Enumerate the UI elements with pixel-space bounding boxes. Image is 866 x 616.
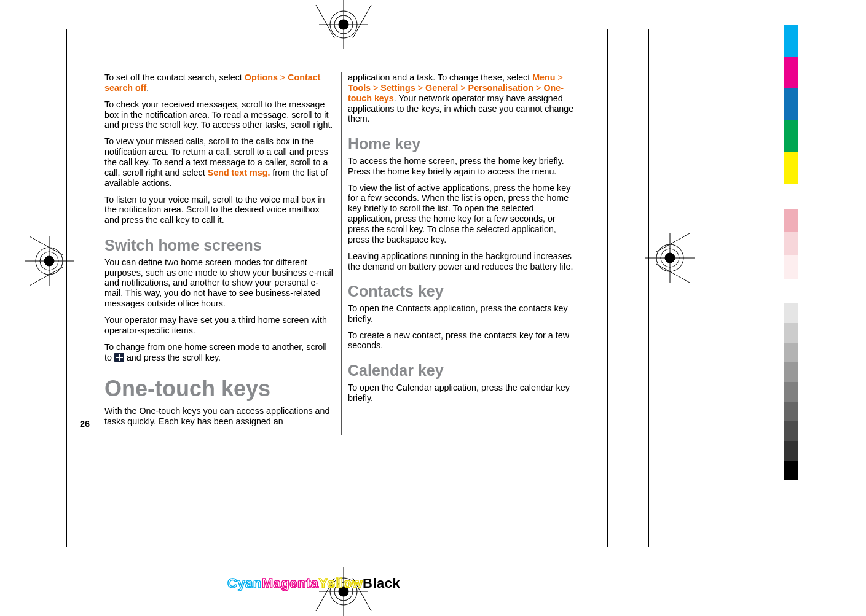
right-column: application and a task. To change these,… xyxy=(341,72,578,435)
chapter-heading: One-touch keys xyxy=(104,376,335,402)
left-column: To set off the contact search, select Op… xyxy=(104,72,341,435)
option-link: Settings xyxy=(380,83,415,93)
section-heading: Calendar key xyxy=(348,362,578,380)
svg-line-6 xyxy=(353,5,371,38)
section-heading: Switch home screens xyxy=(104,236,335,255)
registration-mark-icon xyxy=(310,567,377,616)
crop-line xyxy=(607,29,608,547)
body-text: You can define two home screen modes for… xyxy=(104,257,335,309)
page-number: 26 xyxy=(80,419,90,429)
body-text: To listen to your voice mail, scroll to … xyxy=(104,195,335,226)
section-heading: Home key xyxy=(348,135,578,154)
body-text: With the One-touch keys you can access a… xyxy=(104,406,335,427)
section-heading: Contacts key xyxy=(348,283,578,301)
body-text: application and a task. To change these,… xyxy=(348,72,578,124)
body-text: To view your missed calls, scroll to the… xyxy=(104,136,335,188)
document-page: To set off the contact search, select Op… xyxy=(0,0,866,616)
page-content: To set off the contact search, select Op… xyxy=(104,72,578,435)
crop-line xyxy=(648,29,649,547)
registration-mark-icon xyxy=(18,233,86,289)
body-text: To create a new contact, press the conta… xyxy=(348,330,578,351)
registration-mark-icon xyxy=(633,230,701,286)
registration-mark-icon xyxy=(310,0,377,49)
color-bars xyxy=(784,25,798,480)
cmyk-label: CyanMagentaYellowBlack xyxy=(227,575,400,591)
body-text: To open the Contacts application, press … xyxy=(348,303,578,324)
body-text: To view the list of active applications,… xyxy=(348,183,578,245)
mode-switch-icon xyxy=(114,353,124,362)
option-link: General xyxy=(425,83,458,93)
body-text: Your operator may have set you a third h… xyxy=(104,315,335,336)
body-text: Leaving applications running in the back… xyxy=(348,251,578,272)
body-text: To change from one home screen mode to a… xyxy=(104,342,335,363)
option-link: Menu xyxy=(532,72,555,82)
option-link: Personalisation xyxy=(468,83,533,93)
body-text: To check your received messages, scroll … xyxy=(104,99,335,131)
option-link: Tools xyxy=(348,83,371,93)
option-link: Send text msg. xyxy=(208,168,270,177)
body-text: To set off the contact search, select Op… xyxy=(104,72,335,93)
body-text: To open the Calendar application, press … xyxy=(348,383,578,404)
option-link: Options xyxy=(245,72,278,82)
svg-line-5 xyxy=(316,5,334,38)
body-text: To access the home screen, press the hom… xyxy=(348,156,578,177)
